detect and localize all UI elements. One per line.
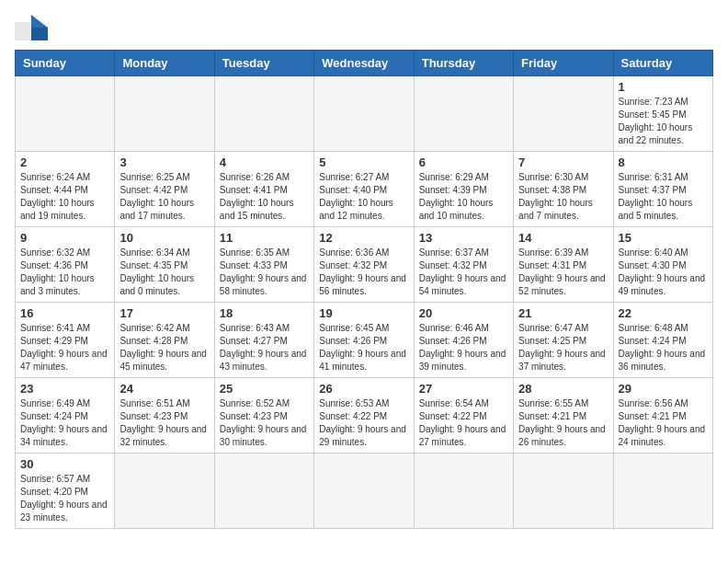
day-number: 19 bbox=[319, 306, 408, 320]
calendar-header-thursday: Thursday bbox=[414, 51, 513, 76]
calendar-day-cell bbox=[414, 454, 513, 529]
day-number: 14 bbox=[518, 231, 608, 245]
calendar-day-cell: 17Sunrise: 6:42 AM Sunset: 4:28 PM Dayli… bbox=[115, 303, 214, 378]
calendar-week-row: 2Sunrise: 6:24 AM Sunset: 4:44 PM Daylig… bbox=[16, 152, 713, 227]
calendar-header-wednesday: Wednesday bbox=[314, 51, 414, 76]
calendar-day-cell: 16Sunrise: 6:41 AM Sunset: 4:29 PM Dayli… bbox=[16, 303, 115, 378]
day-number: 21 bbox=[518, 306, 608, 320]
day-info: Sunrise: 6:36 AM Sunset: 4:32 PM Dayligh… bbox=[319, 247, 408, 298]
calendar-day-cell: 28Sunrise: 6:55 AM Sunset: 4:21 PM Dayli… bbox=[514, 378, 613, 454]
calendar-day-cell: 9Sunrise: 6:32 AM Sunset: 4:36 PM Daylig… bbox=[16, 227, 115, 303]
calendar-day-cell: 1Sunrise: 7:23 AM Sunset: 5:45 PM Daylig… bbox=[613, 76, 712, 152]
calendar-day-cell: 19Sunrise: 6:45 AM Sunset: 4:26 PM Dayli… bbox=[314, 303, 414, 378]
day-info: Sunrise: 6:47 AM Sunset: 4:25 PM Dayligh… bbox=[518, 322, 608, 373]
calendar-header-saturday: Saturday bbox=[613, 51, 712, 76]
day-info: Sunrise: 6:56 AM Sunset: 4:21 PM Dayligh… bbox=[619, 397, 708, 449]
day-info: Sunrise: 7:23 AM Sunset: 5:45 PM Dayligh… bbox=[619, 96, 708, 147]
calendar-day-cell: 25Sunrise: 6:52 AM Sunset: 4:23 PM Dayli… bbox=[214, 378, 313, 454]
calendar-day-cell: 26Sunrise: 6:53 AM Sunset: 4:22 PM Dayli… bbox=[314, 378, 414, 454]
calendar-day-cell bbox=[613, 454, 712, 529]
calendar-day-cell: 22Sunrise: 6:48 AM Sunset: 4:24 PM Dayli… bbox=[613, 303, 712, 378]
day-info: Sunrise: 6:40 AM Sunset: 4:30 PM Dayligh… bbox=[619, 247, 708, 298]
day-number: 5 bbox=[319, 155, 408, 169]
calendar-day-cell: 27Sunrise: 6:54 AM Sunset: 4:22 PM Dayli… bbox=[414, 378, 513, 454]
day-info: Sunrise: 6:24 AM Sunset: 4:44 PM Dayligh… bbox=[20, 171, 109, 223]
day-info: Sunrise: 6:30 AM Sunset: 4:38 PM Dayligh… bbox=[518, 171, 608, 223]
calendar-day-cell: 21Sunrise: 6:47 AM Sunset: 4:25 PM Dayli… bbox=[514, 303, 613, 378]
day-info: Sunrise: 6:29 AM Sunset: 4:39 PM Dayligh… bbox=[419, 171, 508, 223]
calendar-day-cell bbox=[115, 76, 214, 152]
calendar-header-row: SundayMondayTuesdayWednesdayThursdayFrid… bbox=[16, 51, 713, 76]
logo-icon bbox=[15, 15, 48, 40]
day-info: Sunrise: 6:43 AM Sunset: 4:27 PM Dayligh… bbox=[220, 322, 309, 373]
calendar-week-row: 1Sunrise: 7:23 AM Sunset: 5:45 PM Daylig… bbox=[16, 76, 713, 152]
calendar-day-cell: 4Sunrise: 6:26 AM Sunset: 4:41 PM Daylig… bbox=[214, 152, 313, 227]
day-number: 20 bbox=[419, 306, 508, 320]
day-info: Sunrise: 6:37 AM Sunset: 4:32 PM Dayligh… bbox=[419, 247, 508, 298]
day-number: 27 bbox=[419, 382, 508, 396]
day-number: 29 bbox=[619, 382, 708, 396]
day-number: 16 bbox=[20, 306, 109, 320]
calendar-day-cell: 14Sunrise: 6:39 AM Sunset: 4:31 PM Dayli… bbox=[514, 227, 613, 303]
calendar-day-cell: 11Sunrise: 6:35 AM Sunset: 4:33 PM Dayli… bbox=[214, 227, 313, 303]
calendar-day-cell bbox=[214, 454, 313, 529]
day-number: 2 bbox=[20, 155, 109, 169]
day-number: 10 bbox=[119, 231, 209, 245]
calendar-header-sunday: Sunday bbox=[16, 51, 115, 76]
svg-marker-2 bbox=[31, 28, 48, 40]
day-info: Sunrise: 6:46 AM Sunset: 4:26 PM Dayligh… bbox=[419, 322, 508, 373]
calendar-day-cell: 18Sunrise: 6:43 AM Sunset: 4:27 PM Dayli… bbox=[214, 303, 313, 378]
day-info: Sunrise: 6:35 AM Sunset: 4:33 PM Dayligh… bbox=[220, 247, 309, 298]
day-info: Sunrise: 6:53 AM Sunset: 4:22 PM Dayligh… bbox=[319, 397, 408, 449]
calendar-day-cell: 5Sunrise: 6:27 AM Sunset: 4:40 PM Daylig… bbox=[314, 152, 414, 227]
day-info: Sunrise: 6:48 AM Sunset: 4:24 PM Dayligh… bbox=[619, 322, 708, 373]
day-info: Sunrise: 6:32 AM Sunset: 4:36 PM Dayligh… bbox=[20, 247, 109, 298]
day-info: Sunrise: 6:42 AM Sunset: 4:28 PM Dayligh… bbox=[119, 322, 209, 373]
calendar-day-cell: 7Sunrise: 6:30 AM Sunset: 4:38 PM Daylig… bbox=[514, 152, 613, 227]
day-number: 1 bbox=[619, 80, 708, 94]
day-number: 4 bbox=[220, 155, 309, 169]
day-info: Sunrise: 6:34 AM Sunset: 4:35 PM Dayligh… bbox=[119, 247, 209, 298]
calendar-week-row: 30Sunrise: 6:57 AM Sunset: 4:20 PM Dayli… bbox=[16, 454, 713, 529]
calendar-day-cell: 10Sunrise: 6:34 AM Sunset: 4:35 PM Dayli… bbox=[115, 227, 214, 303]
calendar-header-monday: Monday bbox=[115, 51, 214, 76]
day-number: 23 bbox=[20, 382, 109, 396]
day-info: Sunrise: 6:51 AM Sunset: 4:23 PM Dayligh… bbox=[119, 397, 209, 449]
day-info: Sunrise: 6:39 AM Sunset: 4:31 PM Dayligh… bbox=[518, 247, 608, 298]
day-number: 6 bbox=[419, 155, 508, 169]
calendar-day-cell: 23Sunrise: 6:49 AM Sunset: 4:24 PM Dayli… bbox=[16, 378, 115, 454]
day-number: 30 bbox=[20, 457, 109, 471]
day-number: 25 bbox=[220, 382, 309, 396]
calendar-day-cell bbox=[414, 76, 513, 152]
calendar-header-tuesday: Tuesday bbox=[214, 51, 313, 76]
calendar-header-friday: Friday bbox=[514, 51, 613, 76]
svg-marker-1 bbox=[31, 15, 48, 28]
calendar-day-cell: 13Sunrise: 6:37 AM Sunset: 4:32 PM Dayli… bbox=[414, 227, 513, 303]
calendar-day-cell bbox=[314, 76, 414, 152]
calendar-day-cell: 12Sunrise: 6:36 AM Sunset: 4:32 PM Dayli… bbox=[314, 227, 414, 303]
page-header bbox=[15, 15, 713, 40]
logo bbox=[15, 15, 51, 40]
day-info: Sunrise: 6:55 AM Sunset: 4:21 PM Dayligh… bbox=[518, 397, 608, 449]
day-info: Sunrise: 6:45 AM Sunset: 4:26 PM Dayligh… bbox=[319, 322, 408, 373]
day-info: Sunrise: 6:41 AM Sunset: 4:29 PM Dayligh… bbox=[20, 322, 109, 373]
day-number: 17 bbox=[119, 306, 209, 320]
day-info: Sunrise: 6:49 AM Sunset: 4:24 PM Dayligh… bbox=[20, 397, 109, 449]
calendar-day-cell bbox=[16, 76, 115, 152]
day-info: Sunrise: 6:57 AM Sunset: 4:20 PM Dayligh… bbox=[20, 473, 109, 524]
day-number: 12 bbox=[319, 231, 408, 245]
calendar-day-cell: 29Sunrise: 6:56 AM Sunset: 4:21 PM Dayli… bbox=[613, 378, 712, 454]
calendar-day-cell: 30Sunrise: 6:57 AM Sunset: 4:20 PM Dayli… bbox=[16, 454, 115, 529]
day-info: Sunrise: 6:25 AM Sunset: 4:42 PM Dayligh… bbox=[119, 171, 209, 223]
day-number: 18 bbox=[220, 306, 309, 320]
day-info: Sunrise: 6:54 AM Sunset: 4:22 PM Dayligh… bbox=[419, 397, 508, 449]
day-number: 11 bbox=[220, 231, 309, 245]
day-number: 7 bbox=[518, 155, 608, 169]
calendar-table: SundayMondayTuesdayWednesdayThursdayFrid… bbox=[15, 50, 713, 529]
day-number: 22 bbox=[619, 306, 708, 320]
day-number: 13 bbox=[419, 231, 508, 245]
calendar-day-cell: 6Sunrise: 6:29 AM Sunset: 4:39 PM Daylig… bbox=[414, 152, 513, 227]
day-number: 28 bbox=[518, 382, 608, 396]
calendar-week-row: 23Sunrise: 6:49 AM Sunset: 4:24 PM Dayli… bbox=[16, 378, 713, 454]
calendar-day-cell: 20Sunrise: 6:46 AM Sunset: 4:26 PM Dayli… bbox=[414, 303, 513, 378]
